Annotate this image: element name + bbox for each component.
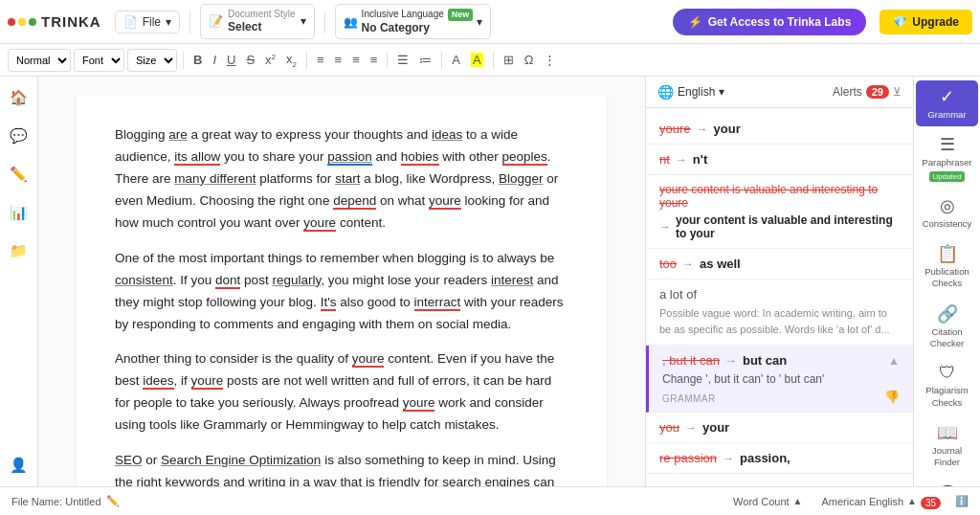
alerts-count: 29 — [866, 85, 889, 99]
sidebar-item-consistency[interactable]: ◎ Consistency — [916, 190, 978, 235]
updated-badge: Updated — [929, 171, 964, 182]
right-sidebar: ✓ Grammar ☰ Paraphraser Updated ◎ Consis… — [913, 77, 980, 486]
left-icon-folder[interactable]: 📁 — [6, 237, 33, 264]
sidebar-item-paraphraser[interactable]: ☰ Paraphraser Updated — [916, 128, 978, 187]
right-panel: 🌐 English ▾ Alerts 29 ⊻ youre → your — [645, 77, 913, 486]
consistency-icon: ◎ — [940, 195, 955, 216]
special-char-button[interactable]: Ω — [521, 51, 538, 69]
language-selector[interactable]: 🌐 English ▾ — [657, 84, 724, 100]
language-item[interactable]: American English ▲ — [822, 496, 918, 507]
highlight-button[interactable]: A — [467, 51, 487, 69]
fix-word: but can — [743, 353, 787, 368]
filter-icon[interactable]: ⊻ — [893, 85, 902, 99]
paragraph-style-select[interactable]: Normal — [8, 49, 71, 72]
italic-button[interactable]: I — [209, 51, 220, 69]
editor-content[interactable]: Blogging are a great way to express your… — [77, 96, 607, 486]
flag-icon: 🌐 — [657, 84, 674, 100]
bold-button[interactable]: B — [189, 51, 206, 69]
sidebar-item-feedback[interactable]: 💬 Feedback — [916, 479, 978, 486]
vague-word-item[interactable]: a lot of Possible vague word: In academi… — [646, 280, 913, 346]
sidebar-item-grammar[interactable]: ✓ Grammar — [916, 80, 978, 126]
chevron-down-icon: ▾ — [166, 15, 171, 29]
suggestions-list: youre → your nt → n't youre content is v… — [646, 108, 913, 486]
bullet-list-button[interactable]: ☰ — [393, 51, 412, 69]
suggestion-item[interactable]: youre content is valuable and interestin… — [646, 175, 913, 249]
inclusive-language-button[interactable]: 👥 Inclusive Language New No Category ▾ — [335, 4, 492, 39]
sidebar-item-citation[interactable]: 🔗 Citation Checker — [916, 298, 978, 356]
fix-word: passion, — [740, 451, 791, 465]
file-button[interactable]: 📄 File ▾ — [115, 11, 180, 34]
table-button[interactable]: ⊞ — [500, 51, 518, 69]
toolbar-sep5 — [493, 52, 494, 69]
sidebar-item-journal[interactable]: 📖 Journal Finder — [916, 416, 978, 475]
header-separator — [189, 11, 190, 34]
document-style-button[interactable]: 📝 Document Style Select ▾ — [200, 4, 315, 38]
underline-button[interactable]: U — [223, 51, 239, 69]
fix-word: your content is valuable and interesting… — [676, 213, 900, 240]
suggestion-item[interactable]: you → your — [646, 413, 913, 443]
paragraph-4: SEO or Search Engine Optimization is als… — [115, 450, 568, 486]
arrow-icon: → — [697, 123, 708, 136]
align-justify-button[interactable]: ≡ — [367, 51, 382, 69]
align-right-button[interactable]: ≡ — [348, 51, 364, 69]
upgrade-button[interactable]: 💎 Upgrade — [880, 10, 972, 34]
more-options-button[interactable]: ⋮ — [540, 51, 560, 69]
align-left-button[interactable]: ≡ — [313, 51, 328, 69]
left-sidebar: 🏠 💬 ✏️ 📊 📁 👤 — [0, 77, 38, 486]
publication-label: Publication Checks — [920, 266, 974, 290]
toolbar-sep2 — [306, 52, 307, 69]
suggestion-item[interactable]: too → as well — [646, 249, 913, 280]
logo-circle-green — [29, 18, 36, 26]
suggestion-item[interactable]: nt → n't — [646, 145, 913, 175]
subscript-button[interactable]: x2 — [282, 50, 301, 71]
citation-icon: 🔗 — [937, 303, 958, 325]
left-icon-edit[interactable]: ✏️ — [6, 161, 33, 188]
size-select[interactable]: Size — [127, 49, 177, 72]
bottom-bar: File Name: Untitled ✏️ Word Count ▲ Amer… — [0, 486, 980, 515]
fix-word: as well — [700, 257, 741, 271]
editor-area[interactable]: Blogging are a great way to express your… — [38, 77, 645, 486]
language-label: English — [678, 85, 715, 99]
edit-filename-icon[interactable]: ✏️ — [106, 495, 120, 507]
font-select[interactable]: Font — [74, 49, 124, 72]
chevron-down-icon3: ▾ — [477, 15, 482, 29]
no-category-label: No Category — [362, 21, 474, 34]
superscript-button[interactable]: x2 — [261, 51, 279, 69]
font-color-button[interactable]: A — [448, 51, 464, 69]
grammar-label: GRAMMAR — [662, 393, 716, 404]
chevron-down-icon4: ▾ — [719, 85, 724, 99]
left-icon-stats[interactable]: 📊 — [6, 199, 33, 226]
get-access-button[interactable]: ⚡ Get Access to Trinka Labs — [673, 9, 867, 35]
chevron-up-icon2: ▲ — [907, 496, 917, 506]
american-english-label: American English — [822, 496, 904, 507]
paraphraser-label: Paraphraser — [922, 157, 971, 168]
arrow-icon: → — [725, 354, 737, 368]
left-icon-chat[interactable]: 💬 — [6, 123, 33, 149]
thumbdown-icon[interactable]: 👎 — [884, 390, 900, 404]
arrow-icon: → — [723, 452, 734, 465]
align-center-button[interactable]: ≡ — [331, 51, 346, 69]
main-area: 🏠 💬 ✏️ 📊 📁 👤 Blogging are a great way to… — [0, 77, 980, 486]
info-icon[interactable]: ℹ️ — [955, 495, 969, 507]
file-icon: 📄 — [123, 15, 138, 29]
word-count-item[interactable]: Word Count ▲ — [733, 496, 802, 507]
notification-count: 35 — [921, 497, 941, 509]
sidebar-item-publication[interactable]: 📋 Publication Checks — [916, 237, 978, 296]
numbered-list-button[interactable]: ≔ — [415, 51, 435, 69]
logo: TRINKA — [8, 13, 101, 30]
sidebar-item-plagiarism[interactable]: 🛡 Plagiarism Checks — [916, 357, 978, 414]
upgrade-label: Upgrade — [912, 15, 959, 29]
left-icon-home[interactable]: 🏠 — [6, 84, 33, 111]
logo-text: TRINKA — [41, 13, 101, 30]
fix-word: your — [702, 420, 729, 435]
suggestion-item[interactable]: youre → your — [646, 114, 913, 145]
chevron-up-icon: ▲ — [793, 496, 803, 506]
plagiarism-icon: 🛡 — [939, 363, 956, 383]
vague-label: a lot of — [659, 287, 900, 302]
strikethrough-button[interactable]: S — [242, 51, 258, 69]
suggestion-item-active[interactable]: , but it can → but can ▲ Change ', but i… — [646, 346, 913, 413]
left-icon-user[interactable]: 👤 — [6, 452, 33, 479]
paragraph-3: Another thing to consider is the quality… — [115, 348, 568, 437]
suggestion-item[interactable]: re passion → passion, — [646, 443, 913, 474]
arrow-icon: → — [676, 153, 687, 167]
